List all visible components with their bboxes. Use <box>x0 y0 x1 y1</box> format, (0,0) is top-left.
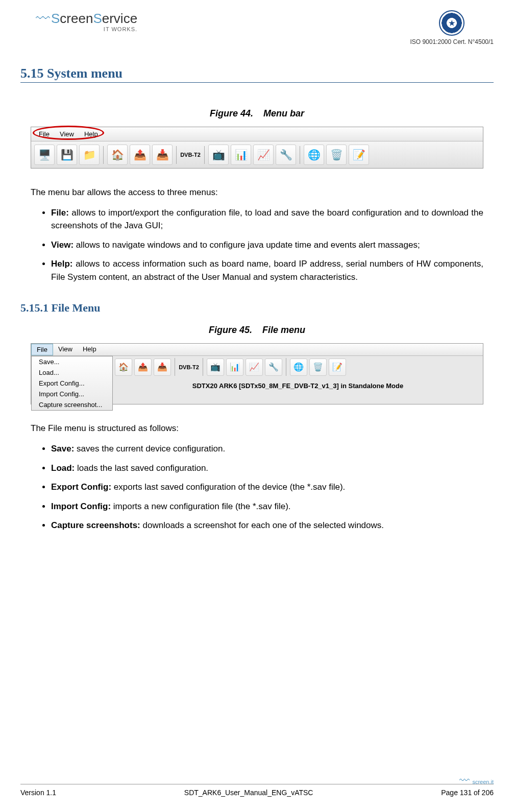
toolbar-separator <box>176 146 177 164</box>
list-item: View: allows to navigate windows and to … <box>51 238 483 252</box>
footer-doc-name: SDT_ARK6_User_Manual_ENG_vATSC <box>184 789 313 797</box>
toolbar-separator <box>175 358 175 376</box>
toolbar-separator <box>204 146 205 164</box>
note-icon[interactable]: 📝 <box>329 359 346 376</box>
list-item: Export Config: exports last saved config… <box>51 481 483 494</box>
footer-page-number: Page 131 of 206 <box>441 789 494 797</box>
monitor1-icon[interactable]: 📺 <box>208 145 229 165</box>
delete-icon[interactable]: 🗑️ <box>309 359 327 376</box>
list-item: Import Config: imports a new configurati… <box>51 500 483 513</box>
page-footer: Version 1.1 SDT_ARK6_User_Manual_ENG_vAT… <box>20 784 494 797</box>
page-header: 〰 ScreenService IT WORKS. ISO 9001:2000 … <box>20 10 494 45</box>
home-icon[interactable]: 🏠 <box>107 145 128 165</box>
subsection-heading: 5.15.1 File Menu <box>20 301 494 315</box>
note-icon[interactable]: 📝 <box>349 145 369 165</box>
computer-icon[interactable]: 🖥️ <box>34 145 55 165</box>
app-toolbar: 🖥️ 💾 📁 🏠 📤 📥 DVB-T2 📺 📊 📈 🔧 🌐 🗑️ 📝 <box>31 141 483 168</box>
monitor3-icon[interactable]: 📈 <box>246 359 263 376</box>
list-item: File: allows to import/export the config… <box>51 206 483 232</box>
folder-icon[interactable]: 📁 <box>79 145 100 165</box>
globe-icon[interactable]: 🌐 <box>304 145 324 165</box>
menu-file[interactable]: File <box>34 129 55 139</box>
box-in-icon[interactable]: 📥 <box>152 145 173 165</box>
box-in-icon[interactable]: 📥 <box>154 359 171 376</box>
box-out-icon[interactable]: 📤 <box>130 145 150 165</box>
tools-icon[interactable]: 🔧 <box>276 145 296 165</box>
dropdown-save[interactable]: Save... <box>32 356 112 367</box>
dvbt2-label: DVB-T2 <box>179 364 199 370</box>
list-item: Save: saves the current device configura… <box>51 442 483 456</box>
footer-version: Version 1.1 <box>20 789 56 797</box>
monitor2-icon[interactable]: 📊 <box>226 359 243 376</box>
dropdown-import[interactable]: Import Config... <box>32 389 112 399</box>
app-toolbar: 🏠 📤 📥 DVB-T2 📺 📊 📈 🔧 🌐 🗑️ 📝 <box>113 356 483 378</box>
toolbar-separator <box>300 146 300 164</box>
menu-view[interactable]: View <box>55 129 79 139</box>
dropdown-export[interactable]: Export Config... <box>32 378 112 389</box>
home-icon[interactable]: 🏠 <box>115 359 132 376</box>
figure-44-caption: Figure 44.Menu bar <box>20 108 494 119</box>
monitor1-icon[interactable]: 📺 <box>207 359 224 376</box>
menu-help[interactable]: Help <box>78 344 102 355</box>
menu-view[interactable]: View <box>53 344 78 355</box>
list-item: Help: allows to access information such … <box>51 257 483 283</box>
delete-icon[interactable]: 🗑️ <box>326 145 347 165</box>
menubar-intro-text: The menu bar allows the access to three … <box>31 186 483 199</box>
box-out-icon[interactable]: 📤 <box>134 359 152 376</box>
menu-file[interactable]: File <box>31 344 53 355</box>
list-item: Capture screenshots: downloads a screens… <box>51 519 483 532</box>
app-menubar: File View Help <box>31 127 483 141</box>
logo-text: ScreenService <box>51 11 137 27</box>
toolbar-separator <box>286 358 286 376</box>
save-icon[interactable]: 💾 <box>57 145 77 165</box>
cert-badge-icon <box>439 10 464 36</box>
figure-45-caption: Figure 45.File menu <box>20 325 494 336</box>
cert-text: ISO 9001:2000 Cert. N°4500/1 <box>410 38 494 45</box>
section-heading: 5.15 System menu <box>20 66 494 83</box>
file-dropdown-menu: Save... Load... Export Config... Import … <box>31 356 113 411</box>
dropdown-load[interactable]: Load... <box>32 367 112 378</box>
toolbar-separator <box>203 358 203 376</box>
monitor3-icon[interactable]: 📈 <box>253 145 274 165</box>
window-title-text: SDTX20 ARK6 [SDTx50_8M_FE_DVB-T2_v1_3] i… <box>113 378 483 394</box>
logo-tagline: IT WORKS. <box>36 26 137 32</box>
tools-icon[interactable]: 🔧 <box>265 359 282 376</box>
figure-45-screenshot: File View Help Save... Load... Export Co… <box>31 343 483 404</box>
company-logo: 〰 ScreenService IT WORKS. <box>36 10 137 32</box>
app-menubar: File View Help <box>31 344 483 356</box>
file-menu-intro-text: The File menu is structured as follows: <box>31 422 483 435</box>
file-menu-list: Save: saves the current device configura… <box>51 442 483 532</box>
toolbar-separator <box>103 146 104 164</box>
dvbt2-label: DVB-T2 <box>180 152 201 158</box>
dropdown-capture[interactable]: Capture screenshot... <box>32 399 112 410</box>
monitor2-icon[interactable]: 📊 <box>231 145 251 165</box>
logo-wave-icon: 〰 <box>36 10 50 27</box>
figure-44-screenshot: File View Help 🖥️ 💾 📁 🏠 📤 📥 DVB-T2 📺 📊 📈… <box>31 127 483 169</box>
menu-help[interactable]: Help <box>79 129 103 139</box>
certification-block: ISO 9001:2000 Cert. N°4500/1 <box>410 10 494 45</box>
globe-icon[interactable]: 🌐 <box>290 359 307 376</box>
menu-description-list: File: allows to import/export the config… <box>51 206 483 284</box>
list-item: Load: loads the last saved configuration… <box>51 462 483 475</box>
